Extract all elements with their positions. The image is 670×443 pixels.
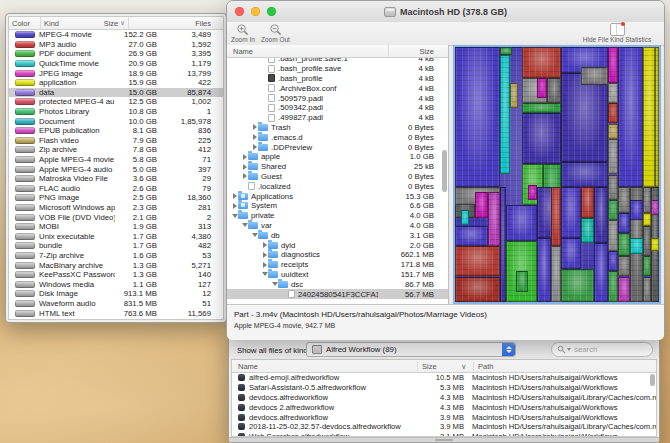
treemap-tile[interactable] — [608, 124, 618, 139]
treemap-tile[interactable] — [455, 246, 500, 277]
treemap-tile[interactable] — [651, 200, 659, 215]
tree-row[interactable]: private4.0 GB — [227, 211, 448, 221]
kind-row[interactable]: JPEG image18.9 GB13,799 — [9, 68, 223, 78]
treemap-tile[interactable] — [643, 187, 651, 213]
disclosure-triangle-icon[interactable] — [271, 282, 278, 286]
column-header-files[interactable]: Files — [129, 17, 223, 29]
zoom-out-button[interactable]: Zoom Out — [261, 23, 290, 43]
treemap-tile[interactable] — [608, 83, 618, 103]
treemap-tile[interactable] — [643, 213, 651, 226]
tree-row[interactable]: 24024580541F3CCFA1A2A1E3B...56.7 MB — [227, 289, 448, 299]
tree-row[interactable]: uuidtext151.7 MB — [227, 270, 448, 280]
treemap-tile[interactable] — [488, 192, 500, 246]
treemap-tile[interactable] — [522, 47, 561, 78]
disclosure-triangle-icon[interactable] — [251, 124, 258, 130]
tree-row[interactable]: apple1.0 GB — [227, 152, 448, 162]
treemap-tile[interactable] — [643, 277, 651, 303]
tree-row[interactable]: dyld2.0 GB — [227, 240, 448, 250]
treemap-tile[interactable] — [651, 238, 659, 251]
disclosure-triangle-icon[interactable] — [241, 164, 248, 170]
tree-row[interactable]: Guest0 Bytes — [227, 172, 448, 182]
column-header-name[interactable]: Name — [232, 362, 417, 371]
treemap-tile[interactable] — [608, 175, 618, 201]
kind-row[interactable]: Zip archive7.8 GB412 — [9, 145, 223, 155]
tree-row[interactable]: .ArchiveBox.conf4 kB — [227, 83, 448, 93]
tree-row[interactable]: Shared25 kB — [227, 162, 448, 172]
kind-row[interactable]: VOB File (DVD Video)2.1 GB2 — [9, 212, 223, 222]
treemap-tile[interactable] — [608, 139, 618, 175]
kind-row[interactable]: protected MPEG-4 au12.5 GB1,002 — [9, 97, 223, 107]
title-bar[interactable]: Macintosh HD (378.8 GB) — [227, 1, 664, 23]
treemap-tile[interactable] — [537, 78, 547, 98]
kind-row[interactable]: MPEG-4 movie152.2 GB3,489 — [9, 30, 223, 40]
kind-row[interactable]: 7-Zip archive1.6 GB53 — [9, 251, 223, 261]
treemap-tile[interactable] — [522, 113, 561, 164]
zoom-in-button[interactable]: Zoom In — [231, 23, 255, 43]
treemap-tile[interactable] — [618, 187, 630, 213]
treemap-tile[interactable] — [561, 73, 608, 162]
disclosure-triangle-icon[interactable] — [261, 242, 268, 248]
tree-row[interactable]: dsc86.7 MB — [227, 279, 448, 289]
tree-row[interactable]: diagnostics662.1 MB — [227, 250, 448, 260]
treemap-tile[interactable] — [455, 226, 488, 246]
kind-row[interactable]: Unix executable1.7 GB4,380 — [9, 231, 223, 241]
treemap-tile[interactable] — [608, 220, 618, 251]
treemap-tile[interactable] — [643, 47, 655, 187]
tree-row[interactable]: var4.0 GB — [227, 221, 448, 231]
treemap-tile[interactable] — [608, 200, 618, 220]
kind-row[interactable]: Document10.0 GB1,85,978 — [9, 116, 223, 126]
kind-row[interactable]: Matroska Video File3.6 GB29 — [9, 174, 223, 184]
kind-row[interactable]: MP3 audio27.0 GB1,592 — [9, 40, 223, 50]
kind-row[interactable]: MacBinary archive1.3 GB5,271 — [9, 260, 223, 270]
kind-row[interactable]: FLAC audio2.6 GB79 — [9, 184, 223, 194]
treemap-tile[interactable] — [475, 192, 487, 218]
close-button[interactable] — [235, 7, 244, 16]
treemap-tile[interactable] — [594, 187, 608, 243]
kind-row[interactable]: PNG image2.5 GB18,360 — [9, 193, 223, 203]
treemap-tile[interactable] — [510, 83, 518, 109]
disclosure-triangle-icon[interactable] — [231, 214, 238, 218]
tree-row[interactable]: receipts171.8 MB — [227, 260, 448, 270]
minimize-button[interactable] — [251, 7, 260, 16]
treemap-tile[interactable] — [461, 210, 469, 225]
kind-row[interactable]: Apple MPEG-4 movie5.8 GB71 — [9, 155, 223, 165]
treemap-tile[interactable] — [655, 47, 659, 187]
search-input[interactable] — [574, 345, 652, 354]
treemap-tile[interactable] — [630, 200, 642, 220]
kind-row[interactable]: Apple MPEG-4 audio5.0 GB397 — [9, 164, 223, 174]
treemap-tile[interactable] — [618, 47, 642, 187]
drawer-resize-grip[interactable] — [229, 437, 659, 442]
kind-row[interactable]: bundle1.7 GB482 — [9, 241, 223, 251]
kind-row[interactable]: Windows media1.1 GB127 — [9, 279, 223, 289]
kind-row[interactable]: EPUB publication8.1 GB836 — [9, 126, 223, 136]
kind-row[interactable]: Flash video7.9 GB225 — [9, 136, 223, 146]
treemap-tile[interactable] — [561, 238, 581, 269]
treemap-tile[interactable] — [537, 238, 551, 302]
column-header-name[interactable]: Name — [227, 47, 388, 56]
kind-row[interactable]: QuickTime movie20.9 GB1,179 — [9, 59, 223, 69]
treemap-tile[interactable] — [618, 233, 630, 256]
kind-row[interactable]: PDF document26.9 GB3,395 — [9, 49, 223, 59]
file-row[interactable]: 2018-11-25-02.32.57-devdocs.alfredworkfl… — [232, 422, 656, 432]
treemap-tile[interactable] — [608, 103, 618, 123]
column-header-size[interactable]: Size — [417, 362, 461, 371]
column-header-color[interactable]: Color — [9, 17, 41, 29]
file-row[interactable]: devdocs.alfredworkflow3.9 MBMacintosh HD… — [232, 412, 656, 422]
file-row[interactable]: devdocs 2.alfredworkflow4.3 MBMacintosh … — [232, 402, 656, 412]
treemap-tile[interactable] — [522, 103, 561, 113]
zoom-button[interactable] — [267, 7, 276, 16]
disclosure-triangle-icon[interactable] — [241, 223, 248, 227]
file-row[interactable]: alfred-emoji.alfredworkflow10.5 MBMacint… — [232, 373, 656, 383]
tree-row[interactable]: .509579.padl4 kB — [227, 93, 448, 103]
disclosure-triangle-icon[interactable] — [241, 173, 248, 179]
kind-row[interactable]: Microsoft Windows ap2.3 GB281 — [9, 203, 223, 213]
treemap-tile[interactable] — [500, 55, 510, 175]
disclosure-triangle-icon[interactable] — [261, 252, 268, 258]
tree-row[interactable]: .emacs.d0 Bytes — [227, 132, 448, 142]
disclosure-triangle-icon[interactable] — [251, 144, 258, 150]
treemap-tile[interactable] — [618, 256, 630, 276]
treemap-tile[interactable] — [594, 243, 608, 302]
tree-row[interactable]: .localized0 Bytes — [227, 181, 448, 191]
kind-row[interactable]: MOBI1.9 GB313 — [9, 222, 223, 232]
hide-file-kind-statistics-button[interactable]: Hide File Kind Statistics — [573, 23, 661, 43]
